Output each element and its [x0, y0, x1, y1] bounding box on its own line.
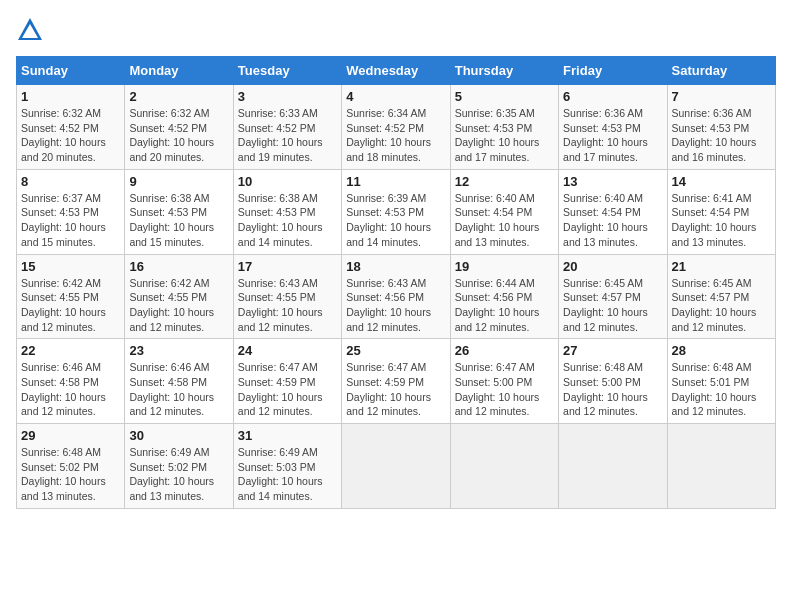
calendar-cell: 8Sunrise: 6:37 AMSunset: 4:53 PMDaylight…	[17, 169, 125, 254]
day-info: Sunrise: 6:43 AMSunset: 4:56 PMDaylight:…	[346, 276, 445, 335]
calendar-cell: 29Sunrise: 6:48 AMSunset: 5:02 PMDayligh…	[17, 424, 125, 509]
logo-icon	[16, 16, 44, 44]
calendar-table: SundayMondayTuesdayWednesdayThursdayFrid…	[16, 56, 776, 509]
day-info: Sunrise: 6:35 AMSunset: 4:53 PMDaylight:…	[455, 106, 554, 165]
day-number: 25	[346, 343, 445, 358]
calendar-cell: 26Sunrise: 6:47 AMSunset: 5:00 PMDayligh…	[450, 339, 558, 424]
day-number: 5	[455, 89, 554, 104]
calendar-cell: 25Sunrise: 6:47 AMSunset: 4:59 PMDayligh…	[342, 339, 450, 424]
day-number: 9	[129, 174, 228, 189]
day-info: Sunrise: 6:32 AMSunset: 4:52 PMDaylight:…	[129, 106, 228, 165]
day-number: 10	[238, 174, 337, 189]
calendar-cell: 3Sunrise: 6:33 AMSunset: 4:52 PMDaylight…	[233, 85, 341, 170]
day-of-week-header: Sunday	[17, 57, 125, 85]
day-of-week-header: Monday	[125, 57, 233, 85]
calendar-cell: 11Sunrise: 6:39 AMSunset: 4:53 PMDayligh…	[342, 169, 450, 254]
day-number: 30	[129, 428, 228, 443]
day-info: Sunrise: 6:48 AMSunset: 5:01 PMDaylight:…	[672, 360, 771, 419]
day-of-week-header: Wednesday	[342, 57, 450, 85]
day-info: Sunrise: 6:47 AMSunset: 5:00 PMDaylight:…	[455, 360, 554, 419]
calendar-cell	[667, 424, 775, 509]
calendar-cell: 28Sunrise: 6:48 AMSunset: 5:01 PMDayligh…	[667, 339, 775, 424]
calendar-cell: 22Sunrise: 6:46 AMSunset: 4:58 PMDayligh…	[17, 339, 125, 424]
day-number: 15	[21, 259, 120, 274]
calendar-body: 1Sunrise: 6:32 AMSunset: 4:52 PMDaylight…	[17, 85, 776, 509]
day-number: 23	[129, 343, 228, 358]
day-of-week-header: Friday	[559, 57, 667, 85]
calendar-cell: 20Sunrise: 6:45 AMSunset: 4:57 PMDayligh…	[559, 254, 667, 339]
calendar-week-row: 29Sunrise: 6:48 AMSunset: 5:02 PMDayligh…	[17, 424, 776, 509]
calendar-cell: 24Sunrise: 6:47 AMSunset: 4:59 PMDayligh…	[233, 339, 341, 424]
day-info: Sunrise: 6:43 AMSunset: 4:55 PMDaylight:…	[238, 276, 337, 335]
day-info: Sunrise: 6:36 AMSunset: 4:53 PMDaylight:…	[672, 106, 771, 165]
logo	[16, 16, 48, 44]
day-info: Sunrise: 6:49 AMSunset: 5:03 PMDaylight:…	[238, 445, 337, 504]
day-number: 20	[563, 259, 662, 274]
page-header	[16, 16, 776, 44]
day-info: Sunrise: 6:39 AMSunset: 4:53 PMDaylight:…	[346, 191, 445, 250]
day-number: 13	[563, 174, 662, 189]
day-info: Sunrise: 6:38 AMSunset: 4:53 PMDaylight:…	[238, 191, 337, 250]
calendar-cell: 30Sunrise: 6:49 AMSunset: 5:02 PMDayligh…	[125, 424, 233, 509]
calendar-week-row: 22Sunrise: 6:46 AMSunset: 4:58 PMDayligh…	[17, 339, 776, 424]
day-number: 14	[672, 174, 771, 189]
day-number: 7	[672, 89, 771, 104]
day-number: 2	[129, 89, 228, 104]
day-number: 27	[563, 343, 662, 358]
day-number: 8	[21, 174, 120, 189]
day-number: 29	[21, 428, 120, 443]
day-info: Sunrise: 6:41 AMSunset: 4:54 PMDaylight:…	[672, 191, 771, 250]
day-number: 4	[346, 89, 445, 104]
calendar-header-row: SundayMondayTuesdayWednesdayThursdayFrid…	[17, 57, 776, 85]
calendar-cell: 27Sunrise: 6:48 AMSunset: 5:00 PMDayligh…	[559, 339, 667, 424]
day-info: Sunrise: 6:32 AMSunset: 4:52 PMDaylight:…	[21, 106, 120, 165]
calendar-cell: 1Sunrise: 6:32 AMSunset: 4:52 PMDaylight…	[17, 85, 125, 170]
calendar-cell: 31Sunrise: 6:49 AMSunset: 5:03 PMDayligh…	[233, 424, 341, 509]
day-number: 3	[238, 89, 337, 104]
day-number: 18	[346, 259, 445, 274]
day-info: Sunrise: 6:47 AMSunset: 4:59 PMDaylight:…	[346, 360, 445, 419]
day-info: Sunrise: 6:48 AMSunset: 5:00 PMDaylight:…	[563, 360, 662, 419]
calendar-cell: 21Sunrise: 6:45 AMSunset: 4:57 PMDayligh…	[667, 254, 775, 339]
day-info: Sunrise: 6:33 AMSunset: 4:52 PMDaylight:…	[238, 106, 337, 165]
day-number: 24	[238, 343, 337, 358]
day-number: 11	[346, 174, 445, 189]
calendar-week-row: 1Sunrise: 6:32 AMSunset: 4:52 PMDaylight…	[17, 85, 776, 170]
day-number: 17	[238, 259, 337, 274]
day-info: Sunrise: 6:48 AMSunset: 5:02 PMDaylight:…	[21, 445, 120, 504]
calendar-cell: 5Sunrise: 6:35 AMSunset: 4:53 PMDaylight…	[450, 85, 558, 170]
day-number: 28	[672, 343, 771, 358]
calendar-cell: 19Sunrise: 6:44 AMSunset: 4:56 PMDayligh…	[450, 254, 558, 339]
day-info: Sunrise: 6:45 AMSunset: 4:57 PMDaylight:…	[563, 276, 662, 335]
day-number: 22	[21, 343, 120, 358]
calendar-cell: 7Sunrise: 6:36 AMSunset: 4:53 PMDaylight…	[667, 85, 775, 170]
calendar-cell: 2Sunrise: 6:32 AMSunset: 4:52 PMDaylight…	[125, 85, 233, 170]
day-info: Sunrise: 6:45 AMSunset: 4:57 PMDaylight:…	[672, 276, 771, 335]
day-of-week-header: Thursday	[450, 57, 558, 85]
calendar-cell	[450, 424, 558, 509]
day-info: Sunrise: 6:37 AMSunset: 4:53 PMDaylight:…	[21, 191, 120, 250]
calendar-week-row: 8Sunrise: 6:37 AMSunset: 4:53 PMDaylight…	[17, 169, 776, 254]
day-number: 31	[238, 428, 337, 443]
calendar-cell: 15Sunrise: 6:42 AMSunset: 4:55 PMDayligh…	[17, 254, 125, 339]
calendar-cell: 18Sunrise: 6:43 AMSunset: 4:56 PMDayligh…	[342, 254, 450, 339]
day-number: 21	[672, 259, 771, 274]
day-number: 6	[563, 89, 662, 104]
day-info: Sunrise: 6:34 AMSunset: 4:52 PMDaylight:…	[346, 106, 445, 165]
day-info: Sunrise: 6:42 AMSunset: 4:55 PMDaylight:…	[129, 276, 228, 335]
day-info: Sunrise: 6:42 AMSunset: 4:55 PMDaylight:…	[21, 276, 120, 335]
calendar-cell	[342, 424, 450, 509]
calendar-cell: 14Sunrise: 6:41 AMSunset: 4:54 PMDayligh…	[667, 169, 775, 254]
calendar-cell	[559, 424, 667, 509]
calendar-cell: 6Sunrise: 6:36 AMSunset: 4:53 PMDaylight…	[559, 85, 667, 170]
day-of-week-header: Tuesday	[233, 57, 341, 85]
day-number: 1	[21, 89, 120, 104]
day-info: Sunrise: 6:40 AMSunset: 4:54 PMDaylight:…	[455, 191, 554, 250]
day-number: 12	[455, 174, 554, 189]
calendar-cell: 13Sunrise: 6:40 AMSunset: 4:54 PMDayligh…	[559, 169, 667, 254]
day-info: Sunrise: 6:40 AMSunset: 4:54 PMDaylight:…	[563, 191, 662, 250]
calendar-cell: 17Sunrise: 6:43 AMSunset: 4:55 PMDayligh…	[233, 254, 341, 339]
calendar-cell: 9Sunrise: 6:38 AMSunset: 4:53 PMDaylight…	[125, 169, 233, 254]
calendar-cell: 4Sunrise: 6:34 AMSunset: 4:52 PMDaylight…	[342, 85, 450, 170]
day-info: Sunrise: 6:49 AMSunset: 5:02 PMDaylight:…	[129, 445, 228, 504]
